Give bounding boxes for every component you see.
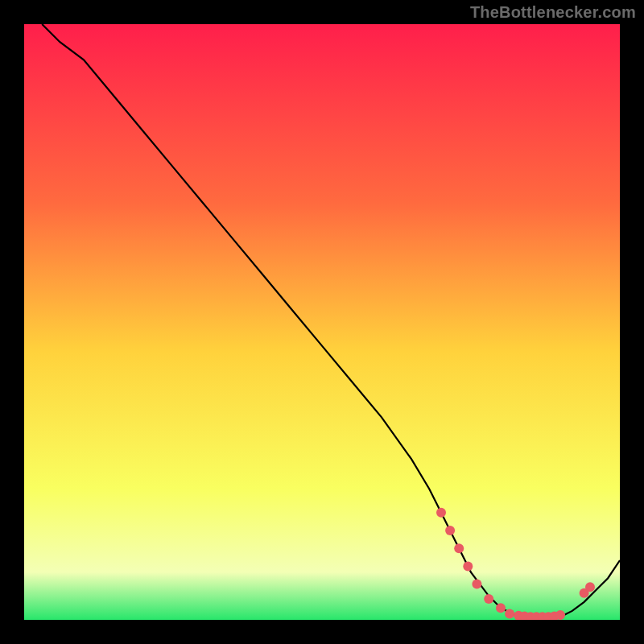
marker-dot	[585, 582, 595, 592]
marker-dot	[445, 526, 455, 535]
chart-frame: TheBottlenecker.com	[0, 0, 644, 644]
marker-dot	[463, 561, 473, 571]
marker-dot	[496, 603, 506, 613]
chart-background	[24, 24, 620, 620]
marker-dot	[454, 543, 464, 553]
chart-svg	[24, 24, 620, 620]
attribution-label: TheBottlenecker.com	[470, 3, 636, 22]
marker-dot	[505, 609, 514, 619]
chart-plot-area	[24, 24, 620, 620]
marker-dot	[472, 580, 481, 589]
marker-dot	[436, 508, 446, 518]
marker-dot	[555, 610, 565, 620]
marker-dot	[484, 594, 493, 604]
